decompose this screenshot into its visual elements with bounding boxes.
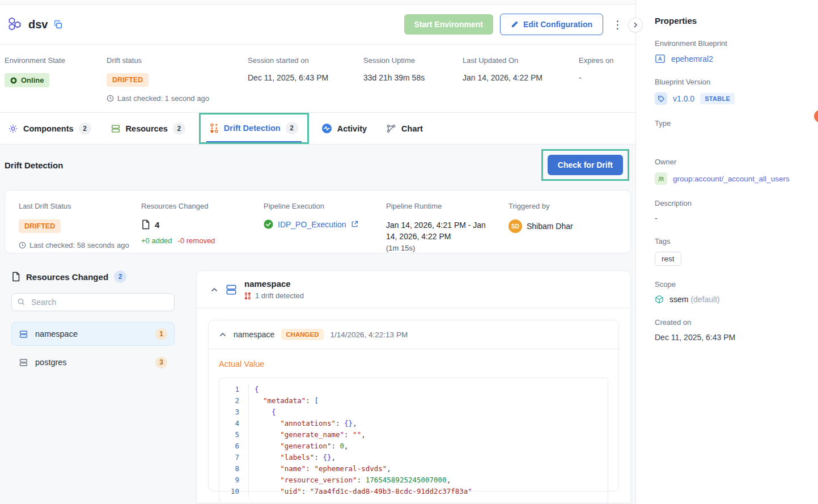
drift-summary-card: Last Drift Status DRIFTED Last checked: … bbox=[5, 190, 631, 253]
change-card: namespace CHANGED 1/14/2026, 4:22:13 PM … bbox=[208, 320, 619, 492]
prop-description: Description - bbox=[655, 199, 807, 223]
search-input[interactable] bbox=[11, 293, 175, 311]
prop-scope-default: (default) bbox=[690, 295, 719, 304]
chevron-up-icon[interactable] bbox=[210, 286, 218, 294]
group-icon bbox=[655, 172, 667, 185]
drift-section-title: Drift Detection bbox=[5, 160, 63, 170]
last-drift-status-col: Last Drift Status DRIFTED Last checked: … bbox=[19, 202, 141, 253]
resource-detail-card: namespace 1 drift detected namespace bbox=[196, 270, 631, 503]
more-options-button[interactable]: ⋮ bbox=[612, 19, 623, 30]
resources-panel-title: Resources Changed bbox=[26, 272, 108, 282]
pipeline-runtime-col: Pipeline Runtime Jan 14, 2026, 4:21 PM -… bbox=[386, 202, 508, 253]
change-card-header: namespace CHANGED 1/14/2026, 4:22:13 PM bbox=[209, 320, 618, 349]
page-header: dsv Start Environment Edit Configuration… bbox=[0, 5, 635, 45]
drift-icon bbox=[210, 123, 219, 133]
external-link-icon[interactable] bbox=[351, 221, 358, 228]
success-check-icon bbox=[264, 219, 273, 229]
chevron-right-icon bbox=[632, 22, 639, 28]
check-for-drift-button[interactable]: Check for Drift bbox=[548, 155, 623, 175]
resources-panel-header: Resources Changed 2 bbox=[11, 270, 175, 283]
resource-stack-icon bbox=[225, 283, 238, 296]
prop-tags-label: Tags bbox=[655, 237, 807, 245]
pipeline-execution-link[interactable]: IDP_PO_Execution bbox=[278, 220, 346, 229]
drift-detection-content: Drift Detection Check for Drift Last Dri… bbox=[0, 145, 635, 504]
code-line: 9 "resource_version": 176545892524500700… bbox=[219, 475, 608, 486]
resource-stack-icon bbox=[19, 329, 28, 339]
chart-icon bbox=[386, 124, 396, 134]
added-removed-row: +0 added -0 removed bbox=[141, 236, 264, 245]
tag-chip: rest bbox=[655, 252, 681, 266]
pencil-icon bbox=[511, 20, 519, 28]
drift-tab-annotation-box: Drift Detection 2 bbox=[199, 113, 309, 144]
tab-components[interactable]: Components 2 bbox=[5, 113, 95, 144]
drift-detected-text: 1 drift detected bbox=[255, 291, 304, 300]
last-checked-text: Last checked: 58 seconds ago bbox=[29, 241, 129, 249]
triggered-by-label: Triggered by bbox=[508, 202, 630, 210]
drift-last-checked-text: Last checked: 1 second ago bbox=[117, 94, 209, 103]
tab-resources[interactable]: Resources 2 bbox=[107, 113, 189, 144]
resources-icon bbox=[111, 124, 121, 134]
resource-item-count: 1 bbox=[155, 328, 167, 340]
code-line: 5 "generate_name": "", bbox=[219, 429, 608, 441]
drift-last-checked: Last checked: 1 second ago bbox=[107, 94, 248, 103]
lower-split: Resources Changed 2 namespace 1 po bbox=[5, 270, 631, 503]
pipeline-execution-label: Pipeline Execution bbox=[264, 202, 386, 210]
pipeline-execution-col: Pipeline Execution IDP_PO_Execution bbox=[264, 202, 386, 253]
session-start-label: Session started on bbox=[248, 56, 363, 65]
properties-sidebar: Properties Environment Blueprint epehemr… bbox=[635, 0, 818, 504]
pipeline-runtime-duration: (1m 15s) bbox=[386, 244, 508, 252]
pipeline-runtime-value: Jan 14, 2026, 4:21 PM - Jan 14, 2026, 4:… bbox=[386, 219, 489, 243]
added-count: +0 added bbox=[141, 236, 172, 245]
detail-card-header: namespace 1 drift detected bbox=[197, 271, 630, 308]
changed-badge: CHANGED bbox=[281, 329, 323, 340]
resource-item-namespace[interactable]: namespace 1 bbox=[11, 322, 175, 346]
code-line: 7 "labels": {}, bbox=[219, 452, 608, 463]
code-line: 8 "name": "ephemeral-sdvds", bbox=[219, 463, 608, 475]
cube-icon bbox=[655, 295, 664, 304]
prop-version-link[interactable]: v1.0.0 bbox=[673, 94, 694, 103]
environment-info-row: Environment State Online Drift status DR… bbox=[0, 45, 635, 113]
prop-owner-link[interactable]: group:account/_account_all_users bbox=[673, 175, 790, 183]
resources-changed-col: Resources Changed 4 +0 added -0 removed bbox=[141, 202, 264, 253]
env-state-label: Environment State bbox=[5, 56, 107, 65]
prop-scope-value: ssem bbox=[669, 295, 688, 304]
prop-blueprint-link[interactable]: epehemral2 bbox=[671, 54, 713, 63]
last-checked-row: Last checked: 58 seconds ago bbox=[19, 241, 141, 249]
clock-icon bbox=[107, 95, 114, 102]
edit-configuration-button[interactable]: Edit Configuration bbox=[500, 14, 603, 35]
edit-configuration-label: Edit Configuration bbox=[523, 20, 592, 29]
resource-item-postgres[interactable]: postgres 3 bbox=[11, 350, 175, 374]
chevron-up-icon[interactable] bbox=[219, 331, 227, 338]
prop-owner-label: Owner bbox=[655, 158, 807, 166]
prop-environment-blueprint: Environment Blueprint epehemral2 bbox=[655, 39, 807, 63]
tab-activity[interactable]: Activity bbox=[318, 113, 370, 144]
drift-section-header: Drift Detection Check for Drift bbox=[5, 150, 631, 180]
tab-drift-detection[interactable]: Drift Detection 2 bbox=[206, 115, 302, 142]
sidebar-collapse-button[interactable] bbox=[628, 18, 643, 32]
code-line: 3 { bbox=[219, 406, 608, 418]
change-resource-name: namespace bbox=[234, 330, 274, 339]
change-card-body: Actual Value 1{2 "metadata": [3 {4 "anno… bbox=[209, 349, 618, 503]
clock-icon bbox=[19, 242, 26, 249]
drift-status-field: Drift status DRIFTED Last checked: 1 sec… bbox=[107, 56, 248, 112]
tab-drift-detection-label: Drift Detection bbox=[224, 124, 281, 133]
tab-chart[interactable]: Chart bbox=[383, 113, 426, 144]
resource-item-count: 3 bbox=[155, 357, 167, 369]
activity-icon bbox=[321, 123, 332, 134]
tab-resources-label: Resources bbox=[126, 124, 168, 133]
start-environment-button[interactable]: Start Environment bbox=[404, 14, 493, 35]
copy-icon[interactable] bbox=[53, 20, 63, 29]
tab-chart-label: Chart bbox=[401, 124, 423, 133]
resource-item-name: postgres bbox=[35, 358, 149, 367]
online-status-badge: Online bbox=[5, 73, 49, 87]
triggered-by-name: Shibam Dhar bbox=[527, 222, 573, 231]
tab-drift-detection-count: 2 bbox=[286, 122, 298, 134]
env-state-field: Environment State Online bbox=[5, 56, 107, 112]
last-drift-status-badge: DRIFTED bbox=[19, 219, 61, 233]
code-block: 1{2 "metadata": [3 {4 "annotations": {},… bbox=[219, 378, 608, 503]
code-line: 2 "metadata": [ bbox=[219, 395, 608, 406]
triggered-by-col: Triggered by SD Shibam Dhar bbox=[508, 202, 630, 253]
app-root: dsv Start Environment Edit Configuration… bbox=[0, 0, 818, 504]
online-dot-icon bbox=[10, 77, 17, 84]
code-line: 6 "generation": 0, bbox=[219, 441, 608, 452]
